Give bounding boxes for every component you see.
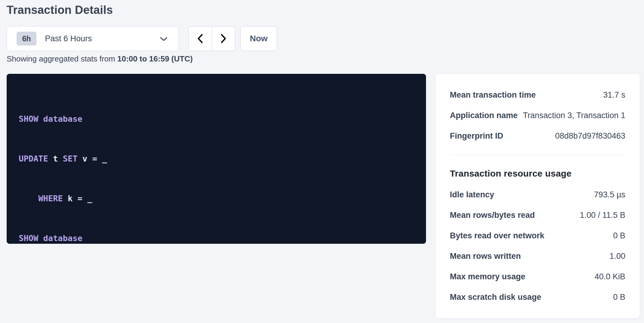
stat-label: Application name	[450, 111, 518, 120]
sql-token: v = _	[77, 154, 107, 163]
stat-row-idle-latency: Idle latency 793.5 µs	[450, 184, 625, 205]
sql-token: UPDATE	[19, 154, 48, 163]
sql-token: t	[48, 154, 63, 163]
time-range-badge: 6h	[17, 32, 36, 45]
sql-line: WHERE k = _	[19, 192, 414, 205]
stat-row-max-memory-usage: Max memory usage 40.0 KiB	[450, 266, 625, 287]
stat-label: Fingerprint ID	[450, 131, 503, 141]
next-time-button[interactable]	[212, 26, 235, 51]
time-window-summary-prefix: Showing aggregated stats from	[7, 54, 117, 63]
sql-line: SHOW database	[19, 112, 414, 126]
stat-label: Mean rows written	[450, 252, 521, 261]
sql-token: k = _	[63, 194, 92, 203]
stat-label: Mean rows/bytes read	[450, 211, 535, 220]
chevron-right-icon	[220, 33, 227, 44]
stat-value: 1.00 / 11.5 B	[580, 211, 625, 220]
transaction-details-page: Transaction Details 6h Past 6 Hours Now …	[0, 0, 644, 323]
sql-line: SHOW database	[19, 232, 414, 245]
stat-row-mean-rows-bytes-read: Mean rows/bytes read 1.00 / 11.5 B	[450, 205, 625, 225]
transaction-stats-panel: Mean transaction time 31.7 s Application…	[435, 74, 640, 318]
stat-row-mean-rows-written: Mean rows written 1.00	[450, 246, 625, 266]
stat-value: 1.00	[609, 252, 625, 261]
stat-label: Max scratch disk usage	[450, 293, 541, 302]
stat-label: Idle latency	[450, 190, 494, 199]
sql-line: UPDATE t SET v = _	[19, 152, 414, 165]
sql-token	[19, 194, 38, 203]
stat-value: 793.5 µs	[594, 190, 625, 199]
sql-token: WHERE	[38, 194, 63, 203]
stat-value: 08d8b7d97f830463	[555, 131, 625, 141]
stat-row-fingerprint-id: Fingerprint ID 08d8b7d97f830463	[450, 126, 625, 146]
stat-row-mean-transaction-time: Mean transaction time 31.7 s	[450, 85, 625, 105]
stat-row-bytes-read-over-network: Bytes read over network 0 B	[450, 225, 625, 246]
panel-divider	[450, 155, 625, 155]
stat-label: Bytes read over network	[450, 231, 545, 240]
stat-label: Mean transaction time	[450, 90, 536, 100]
stat-value: 0 B	[613, 293, 625, 302]
time-shift-button-group	[188, 26, 235, 51]
stat-row-max-scratch-disk-usage: Max scratch disk usage 0 B	[450, 287, 625, 307]
stat-value: 0 B	[613, 231, 625, 240]
stat-value: 31.7 s	[603, 90, 625, 100]
stat-value: Transaction 3, Transaction 1	[523, 111, 625, 120]
page-title: Transaction Details	[7, 4, 113, 17]
chevron-left-icon	[197, 33, 204, 44]
resource-usage-heading: Transaction resource usage	[450, 163, 625, 184]
chevron-down-icon	[159, 36, 168, 42]
time-window-summary-range: 10:00 to 16:59 (UTC)	[117, 54, 193, 63]
time-range-label: Past 6 Hours	[45, 34, 92, 43]
stat-row-application-name: Application name Transaction 3, Transact…	[450, 105, 625, 126]
time-window-summary: Showing aggregated stats from 10:00 to 1…	[7, 54, 193, 64]
sql-token: SHOW database	[19, 234, 82, 243]
time-range-dropdown[interactable]: 6h Past 6 Hours	[7, 26, 178, 51]
stat-value: 40.0 KiB	[595, 272, 625, 281]
now-button[interactable]: Now	[240, 26, 277, 51]
sql-statement-box: SHOW database UPDATE t SET v = _ WHERE k…	[7, 74, 426, 244]
sql-token: SHOW database	[19, 114, 82, 124]
previous-time-button[interactable]	[188, 26, 212, 51]
stat-label: Max memory usage	[450, 272, 526, 281]
sql-token: SET	[63, 154, 77, 163]
